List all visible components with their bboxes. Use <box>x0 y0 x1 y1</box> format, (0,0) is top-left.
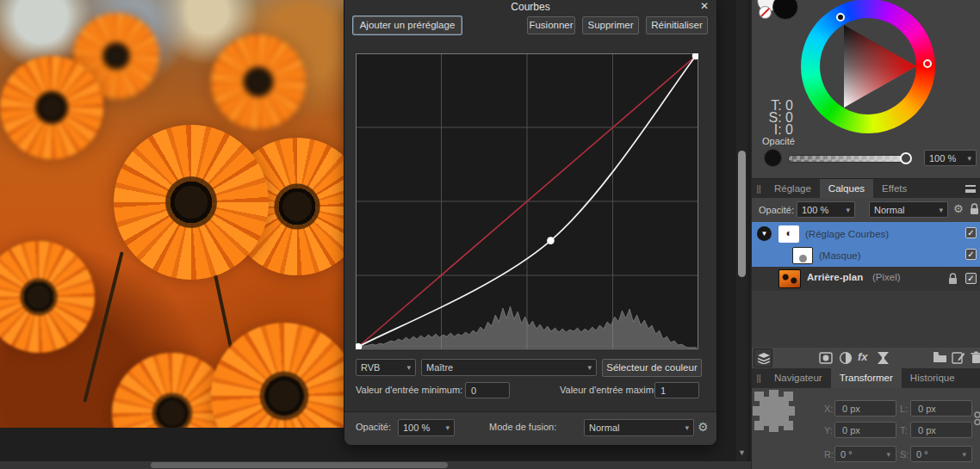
y-field[interactable] <box>834 422 896 438</box>
w-field[interactable] <box>910 400 972 417</box>
layers-opacity-value: 100 % <box>802 205 828 215</box>
opacity-slider[interactable] <box>788 155 912 163</box>
panel-grip[interactable]: || <box>752 179 766 198</box>
blend-mode-dropdown[interactable]: Normal ▾ <box>584 419 694 436</box>
trash-icon[interactable] <box>971 351 980 364</box>
close-icon[interactable]: ✕ <box>696 0 713 13</box>
chevron-down-icon: ▾ <box>685 423 689 432</box>
layers-stack-button[interactable] <box>754 349 772 367</box>
r-label: R: <box>824 449 834 460</box>
transform-panel: X: L: Y: T: R: 0 ° ▾ S: 0 ° ▾ <box>752 389 980 469</box>
opacity-value: 100 % <box>403 423 430 433</box>
group-folder-icon[interactable] <box>933 351 947 363</box>
tab-effets[interactable]: Effets <box>873 179 915 198</box>
flower <box>114 125 269 280</box>
shear-dropdown[interactable]: 0 ° ▾ <box>910 446 972 462</box>
triangle-selector[interactable] <box>836 13 845 22</box>
chevron-down-icon: ▾ <box>967 154 971 163</box>
color-opacity-swatch <box>764 149 782 167</box>
blend-mode-value: Normal <box>589 423 619 433</box>
lock-icon[interactable] <box>948 273 958 285</box>
mask-blob <box>799 255 807 262</box>
tab-historique[interactable]: Historique <box>902 368 964 388</box>
blend-mode-label: Mode de fusion: <box>489 422 556 432</box>
channel-value: RVB <box>361 362 380 373</box>
layer-name: (Réglage Courbes) <box>805 229 889 239</box>
curves-plot[interactable] <box>356 53 698 349</box>
layer-row-curves-adjustment[interactable]: ▼ ◐ (Réglage Courbes) ✓ (Masque) ✓ <box>752 222 980 267</box>
layers-stack-icon <box>758 353 770 364</box>
curve-channel-dropdown[interactable]: Maître ▾ <box>421 359 597 376</box>
layers-empty-area[interactable] <box>752 291 980 348</box>
tab-navigateur[interactable]: Navigateur <box>766 368 831 388</box>
layer-type: (Pixel) <box>872 272 901 282</box>
x-field[interactable] <box>834 400 896 417</box>
rotation-dropdown[interactable]: 0 ° ▾ <box>834 446 896 462</box>
channel-dropdown[interactable]: RVB ▾ <box>356 359 416 376</box>
curves-dialog: Courbes ✕ Ajouter un préréglage Fusionne… <box>344 0 716 445</box>
new-layer-icon[interactable] <box>952 351 964 365</box>
w-label: L: <box>900 404 908 414</box>
layers-opacity-label: Opacité: <box>759 205 794 215</box>
tab-reglage[interactable]: Réglage <box>766 179 820 198</box>
fill-swatch[interactable] <box>772 0 798 20</box>
tab-transformer[interactable]: Transformer <box>831 368 902 388</box>
gear-icon[interactable]: ⚙ <box>698 420 709 434</box>
flower <box>211 323 344 428</box>
color-picker-button[interactable]: Sélecteur de couleur <box>602 359 702 377</box>
panel-tabbar-bottom: || Navigateur Transformer Historique <box>752 368 980 388</box>
mask-button-icon[interactable] <box>819 351 833 365</box>
opacity-label: Opacité: <box>356 422 391 432</box>
lock-icon[interactable] <box>970 203 979 215</box>
panel-grip[interactable]: || <box>752 368 766 388</box>
add-preset-button[interactable]: Ajouter un préréglage <box>353 16 462 34</box>
panel-menu-icon[interactable] <box>965 185 976 193</box>
selection-rect-icon <box>752 389 797 434</box>
flower <box>211 34 306 129</box>
layers-blend-dropdown[interactable]: Normal ▾ <box>869 201 948 218</box>
vertical-scrollbar-thumb[interactable] <box>738 151 746 277</box>
chevron-down-icon: ▾ <box>445 423 450 432</box>
opacity-slider-handle[interactable] <box>900 152 912 164</box>
layer-visibility-checkbox[interactable]: ✓ <box>965 273 977 284</box>
h-field[interactable] <box>910 422 972 438</box>
chevron-down-icon: ▾ <box>886 450 890 459</box>
panel-tabbar-top: || Réglage Calques Effets <box>752 178 980 198</box>
document-photo[interactable] <box>0 0 344 428</box>
min-input-label: Valeur d'entrée minimum: <box>356 385 462 395</box>
layer-name: Arrière-plan <box>807 272 863 282</box>
chevron-down-icon: ▾ <box>962 450 966 459</box>
adjustment-button-icon[interactable] <box>839 351 853 365</box>
x-label: X: <box>824 404 833 414</box>
scroll-down-icon[interactable]: ▼ <box>736 447 747 459</box>
link-dimensions-icon[interactable] <box>974 411 980 426</box>
s-label: S: <box>900 449 909 460</box>
layer-row-background[interactable]: Arrière-plan (Pixel) ✓ <box>752 267 980 291</box>
adjustment-thumbnail[interactable]: ◐ <box>778 225 799 243</box>
no-color-swatch[interactable] <box>759 6 772 19</box>
layer-visibility-checkbox[interactable]: ✓ <box>965 227 977 238</box>
opacity-dropdown[interactable]: 100 % ▾ <box>398 419 455 436</box>
app-window: Courbes ✕ Ajouter un préréglage Fusionne… <box>0 0 980 469</box>
chevron-down-icon: ▾ <box>587 363 592 372</box>
hue-selector[interactable] <box>923 59 932 68</box>
mask-thumbnail[interactable] <box>792 247 813 264</box>
layers-opacity-dropdown[interactable]: 100 % ▾ <box>797 201 855 218</box>
gear-icon[interactable]: ⚙ <box>953 202 964 215</box>
layers-blend-value: Normal <box>874 205 904 215</box>
max-input-field[interactable] <box>654 382 699 398</box>
background-layer-thumbnail[interactable] <box>778 269 801 288</box>
min-input-field[interactable] <box>465 382 510 398</box>
reset-button[interactable]: Réinitialiser <box>646 16 708 34</box>
curve-channel-value: Maître <box>426 362 453 373</box>
horizontal-scrollbar-thumb[interactable] <box>151 462 448 468</box>
delete-button[interactable]: Supprimer <box>582 16 639 34</box>
tone-mapping-button-icon[interactable] <box>877 351 890 365</box>
dialog-footer: Opacité: 100 % ▾ Mode de fusion: Normal … <box>344 411 716 445</box>
live-filter-button-icon[interactable]: fx <box>858 350 868 363</box>
merge-button[interactable]: Fusionner <box>527 16 575 34</box>
color-opacity-dropdown[interactable]: 100 % ▾ <box>924 150 977 166</box>
layer-visibility-checkbox[interactable]: ✓ <box>965 249 977 260</box>
expander-icon[interactable]: ▼ <box>757 226 772 241</box>
tab-calques[interactable]: Calques <box>820 179 873 198</box>
